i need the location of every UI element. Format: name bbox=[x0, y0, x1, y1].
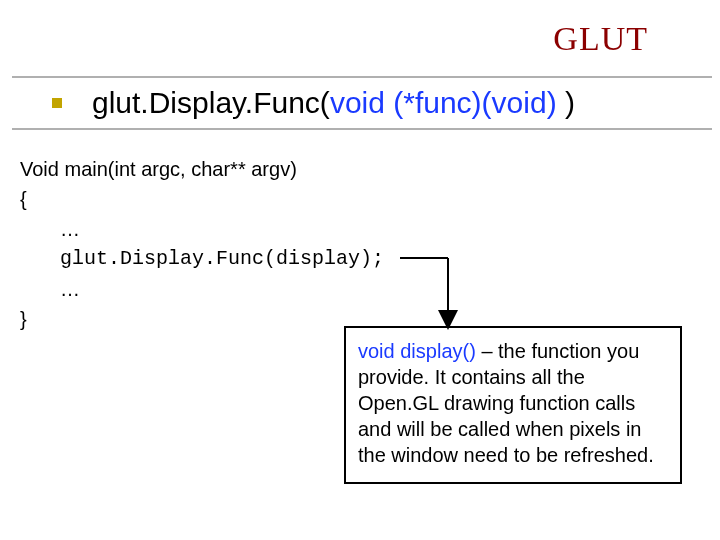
callout-box: void display() – the function you provid… bbox=[344, 326, 682, 484]
code-line: { bbox=[20, 184, 384, 214]
arrow-icon bbox=[400, 248, 460, 338]
subtitle-suffix: ) bbox=[565, 86, 575, 119]
subtitle-args: void (*func)(void) bbox=[330, 86, 565, 119]
callout-lead: void display() bbox=[358, 340, 476, 362]
code-line-call: glut.Display.Func(display); bbox=[20, 244, 384, 274]
code-line: Void main(int argc, char** argv) bbox=[20, 154, 384, 184]
subtitle-prefix: glut.Display.Func( bbox=[92, 86, 330, 119]
subtitle-bar: glut.Display.Func(void (*func)(void) ) bbox=[12, 76, 712, 130]
code-block: Void main(int argc, char** argv) { … glu… bbox=[20, 154, 384, 334]
code-line: … bbox=[20, 274, 384, 304]
code-line: … bbox=[20, 214, 384, 244]
code-line: } bbox=[20, 304, 384, 334]
bullet-icon bbox=[52, 98, 62, 108]
page-title: GLUT bbox=[553, 20, 648, 58]
slide: GLUT glut.Display.Func(void (*func)(void… bbox=[0, 0, 720, 540]
